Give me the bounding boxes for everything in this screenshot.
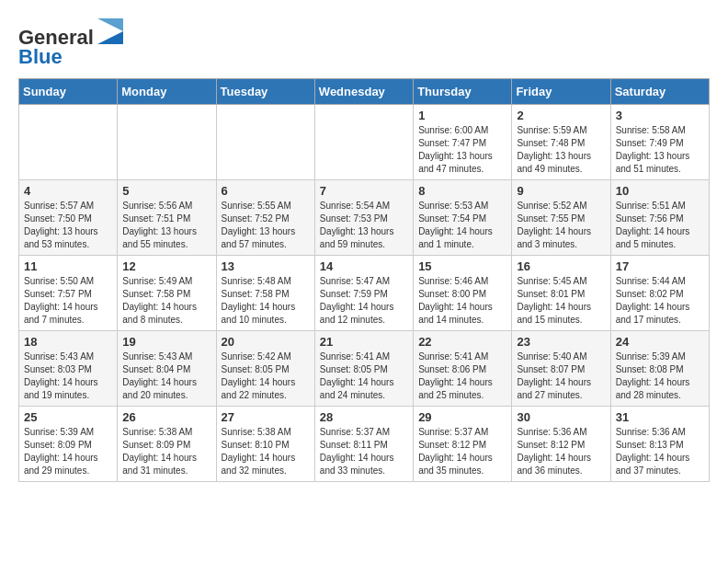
logo-icon (97, 18, 123, 44)
calendar-cell (314, 105, 413, 180)
calendar-cell: 14Sunrise: 5:47 AM Sunset: 7:59 PM Dayli… (314, 256, 413, 331)
day-info: Sunrise: 5:39 AM Sunset: 8:08 PM Dayligh… (616, 350, 704, 402)
calendar-cell: 7Sunrise: 5:54 AM Sunset: 7:53 PM Daylig… (314, 180, 413, 256)
day-number: 11 (24, 259, 112, 273)
day-number: 12 (122, 259, 210, 273)
week-row-3: 11Sunrise: 5:50 AM Sunset: 7:57 PM Dayli… (19, 256, 710, 331)
day-info: Sunrise: 5:45 AM Sunset: 8:01 PM Dayligh… (517, 275, 605, 327)
day-info: Sunrise: 5:36 AM Sunset: 8:13 PM Dayligh… (616, 426, 704, 477)
calendar-cell: 26Sunrise: 5:38 AM Sunset: 8:09 PM Dayli… (118, 407, 216, 482)
week-row-5: 25Sunrise: 5:39 AM Sunset: 8:09 PM Dayli… (19, 407, 710, 482)
calendar-cell: 31Sunrise: 5:36 AM Sunset: 8:13 PM Dayli… (610, 407, 709, 482)
calendar-cell: 3Sunrise: 5:58 AM Sunset: 7:49 PM Daylig… (610, 105, 709, 180)
day-number: 8 (418, 184, 506, 198)
day-number: 23 (517, 335, 605, 349)
week-row-2: 4Sunrise: 5:57 AM Sunset: 7:50 PM Daylig… (19, 180, 710, 256)
day-info: Sunrise: 5:58 AM Sunset: 7:49 PM Dayligh… (616, 124, 704, 176)
day-number: 24 (616, 335, 704, 349)
day-number: 1 (418, 109, 506, 122)
day-number: 15 (418, 259, 506, 273)
calendar-cell: 24Sunrise: 5:39 AM Sunset: 8:08 PM Dayli… (610, 331, 709, 407)
calendar-cell: 22Sunrise: 5:41 AM Sunset: 8:06 PM Dayli… (414, 331, 512, 407)
day-number: 10 (616, 184, 704, 198)
day-info: Sunrise: 5:39 AM Sunset: 8:09 PM Dayligh… (24, 426, 112, 477)
day-number: 7 (320, 184, 408, 198)
calendar-cell: 16Sunrise: 5:45 AM Sunset: 8:01 PM Dayli… (512, 256, 610, 331)
day-info: Sunrise: 5:41 AM Sunset: 8:05 PM Dayligh… (320, 350, 408, 402)
day-info: Sunrise: 5:50 AM Sunset: 7:57 PM Dayligh… (24, 275, 112, 327)
day-info: Sunrise: 5:42 AM Sunset: 8:05 PM Dayligh… (222, 350, 310, 402)
day-number: 19 (122, 335, 210, 349)
col-header-friday: Friday (512, 79, 610, 105)
calendar-cell: 11Sunrise: 5:50 AM Sunset: 7:57 PM Dayli… (19, 256, 118, 331)
day-number: 16 (517, 259, 605, 273)
calendar-cell: 2Sunrise: 5:59 AM Sunset: 7:48 PM Daylig… (512, 105, 610, 180)
day-number: 21 (320, 335, 408, 349)
day-info: Sunrise: 5:49 AM Sunset: 7:58 PM Dayligh… (122, 275, 210, 327)
day-info: Sunrise: 5:37 AM Sunset: 8:11 PM Dayligh… (320, 426, 408, 477)
calendar-cell: 23Sunrise: 5:40 AM Sunset: 8:07 PM Dayli… (512, 331, 610, 407)
day-info: Sunrise: 5:38 AM Sunset: 8:09 PM Dayligh… (122, 426, 210, 477)
calendar-cell (118, 105, 216, 180)
calendar-cell: 25Sunrise: 5:39 AM Sunset: 8:09 PM Dayli… (19, 407, 118, 482)
calendar-cell: 5Sunrise: 5:56 AM Sunset: 7:51 PM Daylig… (118, 180, 216, 256)
calendar-cell: 8Sunrise: 5:53 AM Sunset: 7:54 PM Daylig… (414, 180, 512, 256)
calendar-cell: 30Sunrise: 5:36 AM Sunset: 8:12 PM Dayli… (512, 407, 610, 482)
calendar-cell: 12Sunrise: 5:49 AM Sunset: 7:58 PM Dayli… (118, 256, 216, 331)
calendar-table: SundayMondayTuesdayWednesdayThursdayFrid… (18, 78, 710, 482)
day-number: 6 (222, 184, 310, 198)
calendar-cell: 1Sunrise: 6:00 AM Sunset: 7:47 PM Daylig… (414, 105, 512, 180)
col-header-monday: Monday (118, 79, 216, 105)
calendar-cell (216, 105, 314, 180)
day-info: Sunrise: 5:48 AM Sunset: 7:58 PM Dayligh… (222, 275, 310, 327)
day-number: 13 (222, 259, 310, 273)
day-number: 9 (517, 184, 605, 198)
calendar-cell: 4Sunrise: 5:57 AM Sunset: 7:50 PM Daylig… (19, 180, 118, 256)
svg-marker-1 (97, 18, 123, 31)
day-number: 17 (616, 259, 704, 273)
day-info: Sunrise: 5:56 AM Sunset: 7:51 PM Dayligh… (122, 200, 210, 251)
calendar-cell: 18Sunrise: 5:43 AM Sunset: 8:03 PM Dayli… (19, 331, 118, 407)
calendar-cell: 15Sunrise: 5:46 AM Sunset: 8:00 PM Dayli… (414, 256, 512, 331)
calendar-cell: 19Sunrise: 5:43 AM Sunset: 8:04 PM Dayli… (118, 331, 216, 407)
page-header: General Blue (18, 18, 710, 69)
day-info: Sunrise: 5:36 AM Sunset: 8:12 PM Dayligh… (517, 426, 605, 477)
day-info: Sunrise: 5:59 AM Sunset: 7:48 PM Dayligh… (517, 124, 605, 176)
day-number: 4 (24, 184, 112, 198)
day-number: 2 (517, 109, 605, 122)
calendar-cell: 21Sunrise: 5:41 AM Sunset: 8:05 PM Dayli… (314, 331, 413, 407)
day-info: Sunrise: 6:00 AM Sunset: 7:47 PM Dayligh… (418, 124, 506, 176)
calendar-cell: 13Sunrise: 5:48 AM Sunset: 7:58 PM Dayli… (216, 256, 314, 331)
col-header-sunday: Sunday (19, 79, 118, 105)
week-row-1: 1Sunrise: 6:00 AM Sunset: 7:47 PM Daylig… (19, 105, 710, 180)
day-info: Sunrise: 5:44 AM Sunset: 8:02 PM Dayligh… (616, 275, 704, 327)
day-info: Sunrise: 5:53 AM Sunset: 7:54 PM Dayligh… (418, 200, 506, 251)
day-number: 14 (320, 259, 408, 273)
day-number: 3 (616, 109, 704, 122)
col-header-thursday: Thursday (414, 79, 512, 105)
calendar-cell: 10Sunrise: 5:51 AM Sunset: 7:56 PM Dayli… (610, 180, 709, 256)
day-info: Sunrise: 5:55 AM Sunset: 7:52 PM Dayligh… (222, 200, 310, 251)
day-info: Sunrise: 5:40 AM Sunset: 8:07 PM Dayligh… (517, 350, 605, 402)
day-info: Sunrise: 5:37 AM Sunset: 8:12 PM Dayligh… (418, 426, 506, 477)
col-header-wednesday: Wednesday (314, 79, 413, 105)
calendar-cell: 29Sunrise: 5:37 AM Sunset: 8:12 PM Dayli… (414, 407, 512, 482)
col-header-tuesday: Tuesday (216, 79, 314, 105)
day-number: 29 (418, 410, 506, 424)
day-info: Sunrise: 5:38 AM Sunset: 8:10 PM Dayligh… (222, 426, 310, 477)
day-info: Sunrise: 5:47 AM Sunset: 7:59 PM Dayligh… (320, 275, 408, 327)
day-info: Sunrise: 5:46 AM Sunset: 8:00 PM Dayligh… (418, 275, 506, 327)
day-info: Sunrise: 5:57 AM Sunset: 7:50 PM Dayligh… (24, 200, 112, 251)
calendar-cell: 17Sunrise: 5:44 AM Sunset: 8:02 PM Dayli… (610, 256, 709, 331)
day-number: 18 (24, 335, 112, 349)
calendar-cell: 9Sunrise: 5:52 AM Sunset: 7:55 PM Daylig… (512, 180, 610, 256)
day-number: 27 (222, 410, 310, 424)
calendar-cell: 20Sunrise: 5:42 AM Sunset: 8:05 PM Dayli… (216, 331, 314, 407)
day-number: 22 (418, 335, 506, 349)
svg-marker-0 (97, 31, 123, 44)
day-info: Sunrise: 5:54 AM Sunset: 7:53 PM Dayligh… (320, 200, 408, 251)
calendar-cell: 28Sunrise: 5:37 AM Sunset: 8:11 PM Dayli… (314, 407, 413, 482)
col-header-saturday: Saturday (610, 79, 709, 105)
day-number: 30 (517, 410, 605, 424)
day-number: 5 (122, 184, 210, 198)
